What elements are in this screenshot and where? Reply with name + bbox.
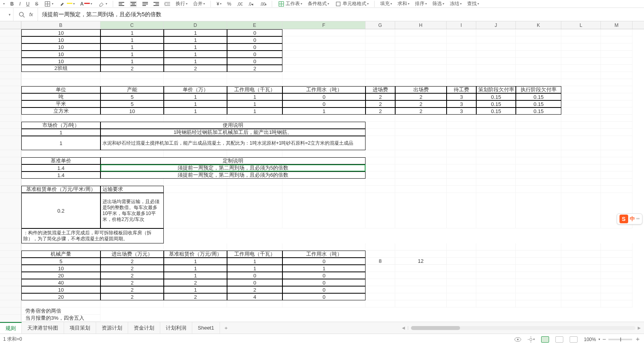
cell[interactable] xyxy=(100,179,164,186)
cell[interactable] xyxy=(227,300,282,307)
cell[interactable]: 1 xyxy=(164,272,227,279)
cell[interactable] xyxy=(395,179,447,186)
cell[interactable] xyxy=(366,172,395,179)
col-header-J[interactable]: J xyxy=(476,21,516,29)
cell[interactable] xyxy=(282,193,366,228)
cell[interactable]: 进场费 xyxy=(366,86,395,93)
cell[interactable] xyxy=(601,29,633,36)
cell[interactable] xyxy=(447,179,476,186)
cell[interactable]: 1.4 xyxy=(21,164,100,172)
align-center-button[interactable] xyxy=(130,1,137,7)
cell[interactable] xyxy=(366,193,395,228)
cell[interactable] xyxy=(100,79,164,86)
cell[interactable]: 机械产量 xyxy=(21,251,100,258)
cell[interactable] xyxy=(561,29,601,36)
cell[interactable] xyxy=(447,29,476,36)
search-fx-icon[interactable] xyxy=(18,11,25,18)
cell[interactable]: 1 xyxy=(227,107,282,115)
cell[interactable]: 1 xyxy=(100,29,164,36)
cell[interactable] xyxy=(366,79,395,86)
col-header-G[interactable]: G xyxy=(366,21,395,29)
cell[interactable]: 10 xyxy=(100,107,164,115)
cell[interactable]: 1吨钢筋经过钢筋加工机械加工后，能产出1吨钢筋。 xyxy=(100,129,366,136)
cell[interactable] xyxy=(601,51,633,58)
cell[interactable]: 2 xyxy=(366,100,395,107)
cell[interactable] xyxy=(601,272,633,279)
cell[interactable]: 2 xyxy=(164,65,227,72)
cell[interactable] xyxy=(561,164,601,172)
cell[interactable] xyxy=(366,150,395,157)
cell[interactable]: 2 xyxy=(395,107,447,115)
cell[interactable]: 1 xyxy=(227,100,282,107)
cell[interactable] xyxy=(395,251,447,258)
cell[interactable] xyxy=(395,29,447,36)
cell[interactable]: 2 xyxy=(100,272,164,279)
cell[interactable] xyxy=(282,58,366,65)
cell[interactable] xyxy=(561,93,601,100)
cell[interactable] xyxy=(100,72,164,79)
cell[interactable] xyxy=(282,79,366,86)
cell[interactable]: 0.15 xyxy=(476,100,516,107)
indent-button[interactable] xyxy=(165,2,170,6)
cell[interactable]: 1 xyxy=(164,100,227,107)
underline-button[interactable]: U xyxy=(26,1,30,7)
cell[interactable]: 吨 xyxy=(21,93,100,100)
cell[interactable] xyxy=(395,72,447,79)
cell[interactable] xyxy=(476,29,516,36)
col-header-D[interactable]: D xyxy=(164,21,227,29)
cell[interactable] xyxy=(447,300,476,307)
cell[interactable] xyxy=(395,193,447,228)
cell[interactable]: 工作用水（吨） xyxy=(282,251,366,258)
cell[interactable] xyxy=(366,179,395,186)
cell[interactable] xyxy=(561,243,601,251)
align-top-button[interactable] xyxy=(142,2,148,6)
cell[interactable] xyxy=(447,43,476,51)
fill-dropdown[interactable]: 填充▾ xyxy=(380,0,392,7)
cell[interactable] xyxy=(395,157,447,164)
cell[interactable] xyxy=(366,51,395,58)
cell[interactable] xyxy=(561,193,601,228)
cell[interactable] xyxy=(227,243,282,251)
cell[interactable] xyxy=(164,243,227,251)
cell[interactable] xyxy=(447,293,476,300)
cell[interactable] xyxy=(282,243,366,251)
cell[interactable] xyxy=(227,193,282,228)
cell[interactable]: 1 xyxy=(164,43,227,51)
cell[interactable] xyxy=(366,164,395,172)
cell[interactable] xyxy=(476,293,516,300)
cell[interactable] xyxy=(561,186,601,193)
eye-icon[interactable] xyxy=(514,336,521,343)
cell[interactable] xyxy=(447,279,476,286)
cell[interactable] xyxy=(561,179,601,186)
cell[interactable] xyxy=(21,179,100,186)
cell[interactable] xyxy=(561,51,601,58)
cell[interactable] xyxy=(282,186,366,193)
cell[interactable] xyxy=(395,272,447,279)
column-headers[interactable]: B C D E F G H I J K L M xyxy=(0,21,644,29)
cell[interactable] xyxy=(476,157,516,164)
cell[interactable]: 1 xyxy=(100,43,164,51)
cell[interactable]: 1 xyxy=(282,265,366,272)
cell[interactable]: 1 xyxy=(227,258,282,265)
cell[interactable]: 1 xyxy=(282,107,366,115)
cell[interactable] xyxy=(561,258,601,265)
cell[interactable]: 2 xyxy=(100,279,164,286)
cell[interactable] xyxy=(100,243,164,251)
cell[interactable] xyxy=(227,115,282,122)
thousands-button[interactable]: ,00 xyxy=(237,2,242,6)
formula-input[interactable]: 须提前一周预定，第二周到场，且必须为5的倍数 xyxy=(38,8,644,21)
cell[interactable] xyxy=(395,164,447,172)
cell[interactable] xyxy=(282,51,366,58)
cell[interactable] xyxy=(561,286,601,293)
cell[interactable] xyxy=(282,150,366,157)
cell[interactable] xyxy=(395,36,447,43)
cell[interactable]: 1 xyxy=(227,265,282,272)
cell[interactable]: 10 xyxy=(21,51,100,58)
cell[interactable]: 工作用水（吨） xyxy=(282,86,366,93)
tab-scroll-left[interactable]: ◀ xyxy=(402,326,405,330)
cell[interactable]: 1 xyxy=(227,93,282,100)
cell[interactable] xyxy=(516,279,561,286)
cell[interactable] xyxy=(366,251,395,258)
cell[interactable] xyxy=(447,72,476,79)
cell[interactable]: 2 xyxy=(100,286,164,293)
